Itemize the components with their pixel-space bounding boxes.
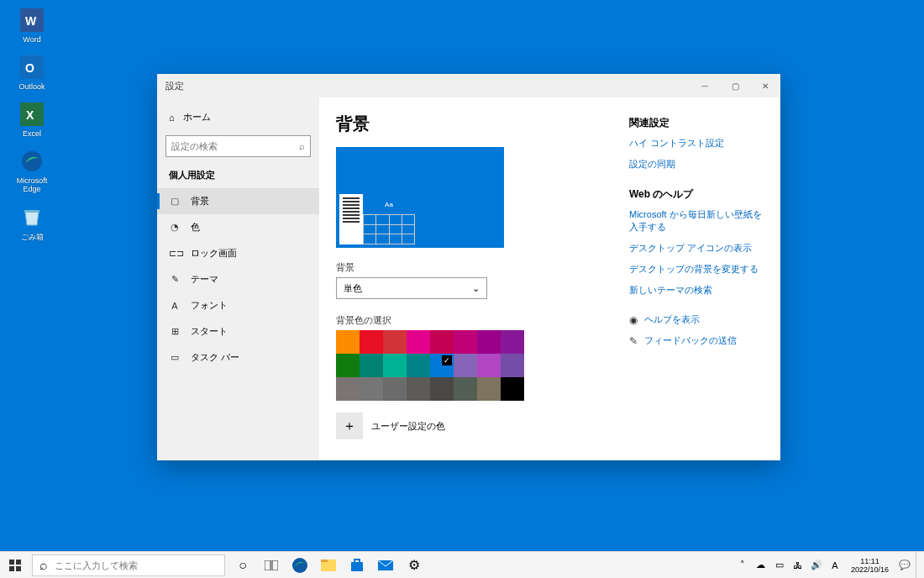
color-swatch[interactable] [454,330,477,354]
action-center-icon[interactable]: 💬 [897,560,912,570]
link-web-2[interactable]: デスクトップの背景を変更する [629,263,764,276]
sidebar-item-font[interactable]: Aフォント [157,292,319,318]
sidebar-item-taskbar[interactable]: ▭タスク バー [157,344,319,370]
close-button[interactable]: ✕ [750,74,780,97]
color-swatch[interactable] [454,354,477,377]
taskbar-app-settings[interactable]: ⚙ [400,552,428,579]
start-icon: ⊞ [169,326,181,337]
custom-color-button[interactable]: ＋ [336,412,363,439]
svg-rect-11 [16,566,21,571]
link-help[interactable]: ◉ヘルプを表示 [629,313,764,326]
tray-ime-indicator[interactable]: A [827,560,843,570]
desktop-icon-recycle-bin[interactable]: ごみ箱 [7,203,57,243]
bg-dropdown-label: 背景 [336,261,621,274]
color-swatch[interactable] [501,354,524,377]
color-swatch[interactable] [430,330,454,354]
sidebar-section-label: 個人用設定 [157,162,319,188]
taskbar-app-store[interactable] [343,552,371,579]
taskbar-icon: ▭ [169,352,181,363]
font-icon: A [169,301,181,311]
tray-network-icon[interactable]: 🖧 [790,560,806,570]
home-icon: ⌂ [169,113,175,123]
color-swatch[interactable] [360,330,383,354]
sidebar-item-lock[interactable]: ⊏⊐ロック画面 [157,240,319,266]
tray-meet-icon[interactable]: ▭ [772,560,787,570]
color-swatch[interactable] [501,377,524,401]
sidebar-item-label: 色 [191,221,200,234]
desktop-icon-word[interactable]: W Word [7,7,57,44]
search-icon: ⌕ [299,141,305,151]
color-swatch[interactable] [501,330,524,354]
link-web-1[interactable]: デスクトップ アイコンの表示 [629,242,764,255]
svg-text:O: O [25,61,34,75]
sidebar-item-label: ロック画面 [191,247,237,260]
link-web-0[interactable]: Microsoft から毎日新しい壁紙を入手する [629,208,764,234]
sidebar-home[interactable]: ⌂ ホーム [157,104,319,130]
bg-dropdown[interactable]: 単色 ⌄ [336,277,487,299]
image-icon: ▢ [169,196,181,207]
taskbar-app-explorer[interactable] [314,552,343,579]
link-feedback[interactable]: ✎フィードバックの送信 [629,334,764,347]
sidebar-item-label: スタート [191,325,228,338]
svg-rect-17 [351,562,363,571]
color-swatch[interactable] [477,377,501,401]
minimize-button[interactable]: ─ [690,74,720,97]
color-swatch[interactable] [407,354,430,377]
tray-chevron-up-icon[interactable]: ˄ [735,560,750,570]
taskbar-app-mail[interactable] [371,552,400,579]
color-swatch[interactable] [477,330,501,354]
sidebar-item-image[interactable]: ▢背景 [157,188,319,214]
color-swatch[interactable] [454,377,477,401]
color-swatch[interactable] [430,377,454,401]
settings-window: 設定 ─ ▢ ✕ ⌂ ホーム ⌕ 個人用設定 ▢背景◔色⊏⊐ロック画面✎テーマA… [157,74,780,460]
custom-color-label: ユーザー設定の色 [371,420,445,433]
show-desktop-button[interactable] [916,552,921,579]
svg-rect-7 [24,210,39,213]
sidebar: ⌂ ホーム ⌕ 個人用設定 ▢背景◔色⊏⊐ロック画面✎テーマAフォント⊞スタート… [157,97,319,460]
desktop-icons: W Word O Outlook X Excel Microsoft Edge … [7,7,57,243]
tray-onedrive-icon[interactable]: ☁ [753,560,769,570]
taskbar-clock[interactable]: 11:11 2022/10/16 [846,557,894,574]
color-swatch[interactable] [383,377,407,401]
taskbar-search[interactable]: ⌕ [32,554,225,576]
gear-icon: ⚙ [408,557,420,573]
background-preview: Aa [336,147,504,248]
cortana-button[interactable]: ○ [228,552,257,579]
help-icon: ◉ [629,314,638,326]
color-swatch[interactable] [383,354,407,377]
color-swatch[interactable] [336,377,360,401]
task-view-button[interactable] [257,552,286,579]
color-swatch[interactable] [336,354,360,377]
taskbar: ⌕ ○ ⚙ ˄ ☁ ▭ 🖧 🔊 A 11:11 2022/10/16 💬 [0,551,924,578]
link-web-3[interactable]: 新しいテーマの検索 [629,284,764,297]
sidebar-item-palette[interactable]: ◔色 [157,214,319,240]
color-swatch[interactable] [360,354,383,377]
link-sync-settings[interactable]: 設定の同期 [629,158,764,171]
taskbar-search-input[interactable] [55,560,218,570]
sidebar-item-label: フォント [191,299,228,312]
systray: ˄ ☁ ▭ 🖧 🔊 A 11:11 2022/10/16 💬 [735,552,924,579]
taskbar-app-edge[interactable] [286,552,314,579]
sidebar-item-brush[interactable]: ✎テーマ [157,266,319,292]
desktop-icon-outlook[interactable]: O Outlook [7,54,57,91]
settings-search[interactable]: ⌕ [165,135,311,157]
bg-dropdown-value: 単色 [344,282,362,295]
link-high-contrast[interactable]: ハイ コントラスト設定 [629,137,764,150]
color-swatch[interactable] [477,354,501,377]
color-swatch[interactable] [383,330,407,354]
color-swatch[interactable] [407,330,430,354]
settings-search-input[interactable] [171,141,299,151]
svg-text:X: X [26,108,34,122]
desktop-icon-edge[interactable]: Microsoft Edge [7,148,57,193]
start-button[interactable] [0,552,30,579]
search-icon: ⌕ [39,558,48,573]
svg-point-14 [292,558,307,573]
sidebar-item-start[interactable]: ⊞スタート [157,318,319,344]
color-swatch[interactable] [336,330,360,354]
tray-volume-icon[interactable]: 🔊 [809,560,824,570]
desktop-icon-excel[interactable]: X Excel [7,101,57,138]
color-swatch[interactable] [430,354,454,377]
maximize-button[interactable]: ▢ [720,74,750,97]
color-swatch[interactable] [407,377,430,401]
color-swatch[interactable] [360,377,383,401]
